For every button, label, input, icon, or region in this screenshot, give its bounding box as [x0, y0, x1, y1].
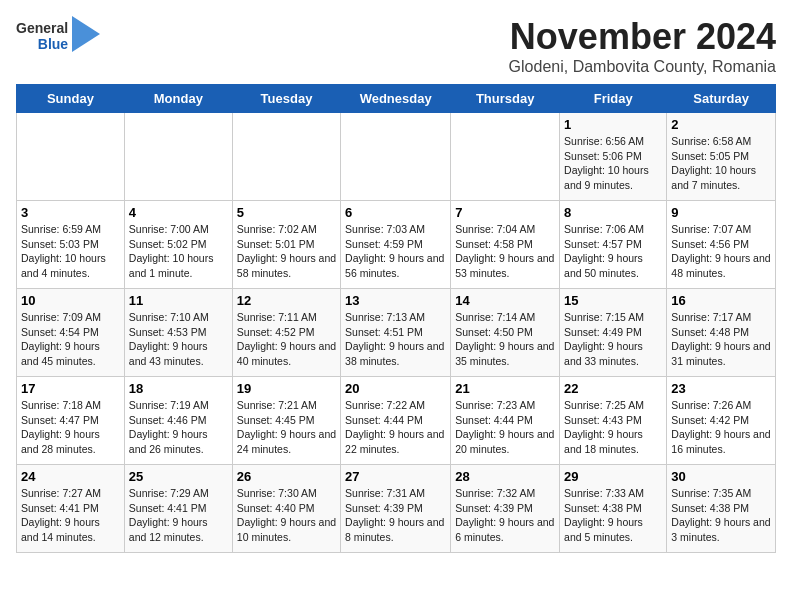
logo-general: General	[16, 20, 68, 36]
day-cell: 23Sunrise: 7:26 AM Sunset: 4:42 PM Dayli…	[667, 377, 776, 465]
day-cell: 30Sunrise: 7:35 AM Sunset: 4:38 PM Dayli…	[667, 465, 776, 553]
day-number: 26	[237, 469, 336, 484]
day-info: Sunrise: 7:06 AM Sunset: 4:57 PM Dayligh…	[564, 222, 662, 281]
day-cell: 1Sunrise: 6:56 AM Sunset: 5:06 PM Daylig…	[560, 113, 667, 201]
day-info: Sunrise: 7:32 AM Sunset: 4:39 PM Dayligh…	[455, 486, 555, 545]
title-section: November 2024 Glodeni, Dambovita County,…	[509, 16, 776, 76]
day-info: Sunrise: 7:00 AM Sunset: 5:02 PM Dayligh…	[129, 222, 228, 281]
day-number: 1	[564, 117, 662, 132]
day-info: Sunrise: 7:18 AM Sunset: 4:47 PM Dayligh…	[21, 398, 120, 457]
week-row-0: 1Sunrise: 6:56 AM Sunset: 5:06 PM Daylig…	[17, 113, 776, 201]
day-cell	[341, 113, 451, 201]
day-cell: 8Sunrise: 7:06 AM Sunset: 4:57 PM Daylig…	[560, 201, 667, 289]
calendar-subtitle: Glodeni, Dambovita County, Romania	[509, 58, 776, 76]
header-tuesday: Tuesday	[232, 85, 340, 113]
day-number: 14	[455, 293, 555, 308]
day-info: Sunrise: 7:19 AM Sunset: 4:46 PM Dayligh…	[129, 398, 228, 457]
day-cell: 26Sunrise: 7:30 AM Sunset: 4:40 PM Dayli…	[232, 465, 340, 553]
calendar-header-row: SundayMondayTuesdayWednesdayThursdayFrid…	[17, 85, 776, 113]
day-cell: 18Sunrise: 7:19 AM Sunset: 4:46 PM Dayli…	[124, 377, 232, 465]
day-cell: 2Sunrise: 6:58 AM Sunset: 5:05 PM Daylig…	[667, 113, 776, 201]
day-info: Sunrise: 7:26 AM Sunset: 4:42 PM Dayligh…	[671, 398, 771, 457]
day-number: 22	[564, 381, 662, 396]
week-row-1: 3Sunrise: 6:59 AM Sunset: 5:03 PM Daylig…	[17, 201, 776, 289]
header-saturday: Saturday	[667, 85, 776, 113]
day-cell: 12Sunrise: 7:11 AM Sunset: 4:52 PM Dayli…	[232, 289, 340, 377]
day-number: 15	[564, 293, 662, 308]
day-number: 11	[129, 293, 228, 308]
day-number: 8	[564, 205, 662, 220]
day-cell: 9Sunrise: 7:07 AM Sunset: 4:56 PM Daylig…	[667, 201, 776, 289]
day-number: 27	[345, 469, 446, 484]
day-number: 12	[237, 293, 336, 308]
header: General Blue November 2024 Glodeni, Damb…	[16, 16, 776, 76]
day-info: Sunrise: 7:07 AM Sunset: 4:56 PM Dayligh…	[671, 222, 771, 281]
day-info: Sunrise: 7:03 AM Sunset: 4:59 PM Dayligh…	[345, 222, 446, 281]
day-number: 25	[129, 469, 228, 484]
day-number: 29	[564, 469, 662, 484]
day-number: 19	[237, 381, 336, 396]
day-info: Sunrise: 7:23 AM Sunset: 4:44 PM Dayligh…	[455, 398, 555, 457]
day-cell: 4Sunrise: 7:00 AM Sunset: 5:02 PM Daylig…	[124, 201, 232, 289]
day-number: 18	[129, 381, 228, 396]
day-info: Sunrise: 7:14 AM Sunset: 4:50 PM Dayligh…	[455, 310, 555, 369]
day-number: 17	[21, 381, 120, 396]
day-number: 10	[21, 293, 120, 308]
day-info: Sunrise: 7:11 AM Sunset: 4:52 PM Dayligh…	[237, 310, 336, 369]
day-cell: 22Sunrise: 7:25 AM Sunset: 4:43 PM Dayli…	[560, 377, 667, 465]
calendar-title: November 2024	[509, 16, 776, 58]
day-number: 21	[455, 381, 555, 396]
day-info: Sunrise: 7:02 AM Sunset: 5:01 PM Dayligh…	[237, 222, 336, 281]
day-cell: 28Sunrise: 7:32 AM Sunset: 4:39 PM Dayli…	[451, 465, 560, 553]
day-number: 3	[21, 205, 120, 220]
day-cell: 17Sunrise: 7:18 AM Sunset: 4:47 PM Dayli…	[17, 377, 125, 465]
svg-marker-0	[72, 16, 100, 52]
day-cell: 3Sunrise: 6:59 AM Sunset: 5:03 PM Daylig…	[17, 201, 125, 289]
day-cell: 15Sunrise: 7:15 AM Sunset: 4:49 PM Dayli…	[560, 289, 667, 377]
day-info: Sunrise: 7:15 AM Sunset: 4:49 PM Dayligh…	[564, 310, 662, 369]
day-info: Sunrise: 7:10 AM Sunset: 4:53 PM Dayligh…	[129, 310, 228, 369]
day-number: 2	[671, 117, 771, 132]
day-info: Sunrise: 7:30 AM Sunset: 4:40 PM Dayligh…	[237, 486, 336, 545]
day-info: Sunrise: 7:04 AM Sunset: 4:58 PM Dayligh…	[455, 222, 555, 281]
day-cell: 11Sunrise: 7:10 AM Sunset: 4:53 PM Dayli…	[124, 289, 232, 377]
day-cell: 5Sunrise: 7:02 AM Sunset: 5:01 PM Daylig…	[232, 201, 340, 289]
day-info: Sunrise: 7:09 AM Sunset: 4:54 PM Dayligh…	[21, 310, 120, 369]
header-friday: Friday	[560, 85, 667, 113]
day-number: 5	[237, 205, 336, 220]
header-monday: Monday	[124, 85, 232, 113]
day-info: Sunrise: 7:22 AM Sunset: 4:44 PM Dayligh…	[345, 398, 446, 457]
day-cell	[232, 113, 340, 201]
day-cell	[17, 113, 125, 201]
day-cell: 7Sunrise: 7:04 AM Sunset: 4:58 PM Daylig…	[451, 201, 560, 289]
day-number: 28	[455, 469, 555, 484]
day-cell: 21Sunrise: 7:23 AM Sunset: 4:44 PM Dayli…	[451, 377, 560, 465]
day-number: 9	[671, 205, 771, 220]
day-cell: 27Sunrise: 7:31 AM Sunset: 4:39 PM Dayli…	[341, 465, 451, 553]
header-sunday: Sunday	[17, 85, 125, 113]
day-cell: 20Sunrise: 7:22 AM Sunset: 4:44 PM Dayli…	[341, 377, 451, 465]
day-info: Sunrise: 7:29 AM Sunset: 4:41 PM Dayligh…	[129, 486, 228, 545]
day-number: 20	[345, 381, 446, 396]
day-number: 13	[345, 293, 446, 308]
day-info: Sunrise: 7:13 AM Sunset: 4:51 PM Dayligh…	[345, 310, 446, 369]
week-row-3: 17Sunrise: 7:18 AM Sunset: 4:47 PM Dayli…	[17, 377, 776, 465]
day-number: 23	[671, 381, 771, 396]
week-row-2: 10Sunrise: 7:09 AM Sunset: 4:54 PM Dayli…	[17, 289, 776, 377]
day-cell	[451, 113, 560, 201]
day-info: Sunrise: 7:25 AM Sunset: 4:43 PM Dayligh…	[564, 398, 662, 457]
day-info: Sunrise: 7:33 AM Sunset: 4:38 PM Dayligh…	[564, 486, 662, 545]
day-cell: 14Sunrise: 7:14 AM Sunset: 4:50 PM Dayli…	[451, 289, 560, 377]
day-cell: 6Sunrise: 7:03 AM Sunset: 4:59 PM Daylig…	[341, 201, 451, 289]
day-number: 4	[129, 205, 228, 220]
calendar-table: SundayMondayTuesdayWednesdayThursdayFrid…	[16, 84, 776, 553]
logo-arrow-icon	[72, 16, 100, 52]
day-info: Sunrise: 6:56 AM Sunset: 5:06 PM Dayligh…	[564, 134, 662, 193]
day-info: Sunrise: 7:21 AM Sunset: 4:45 PM Dayligh…	[237, 398, 336, 457]
day-info: Sunrise: 7:31 AM Sunset: 4:39 PM Dayligh…	[345, 486, 446, 545]
header-thursday: Thursday	[451, 85, 560, 113]
day-info: Sunrise: 7:35 AM Sunset: 4:38 PM Dayligh…	[671, 486, 771, 545]
day-cell: 19Sunrise: 7:21 AM Sunset: 4:45 PM Dayli…	[232, 377, 340, 465]
day-cell: 16Sunrise: 7:17 AM Sunset: 4:48 PM Dayli…	[667, 289, 776, 377]
day-info: Sunrise: 7:17 AM Sunset: 4:48 PM Dayligh…	[671, 310, 771, 369]
